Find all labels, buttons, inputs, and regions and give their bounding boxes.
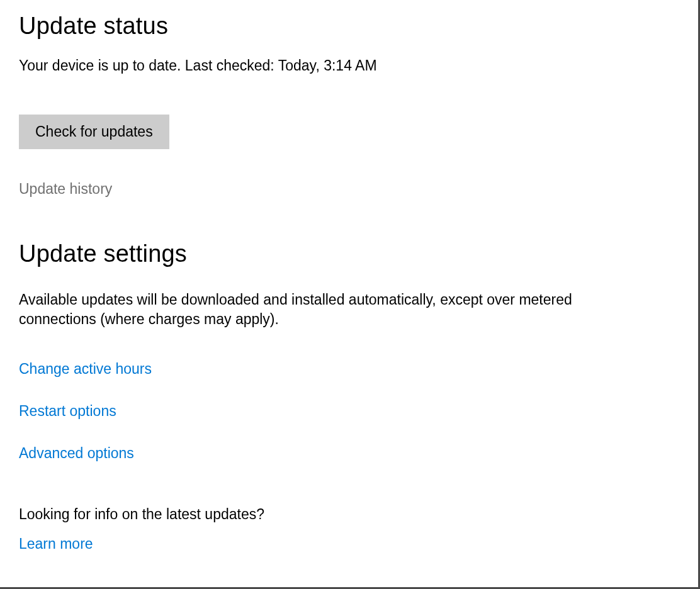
update-status-heading: Update status [19, 13, 679, 40]
update-settings-heading: Update settings [19, 240, 679, 267]
settings-link-list: Change active hours Restart options Adva… [19, 361, 679, 462]
latest-updates-info-prompt: Looking for info on the latest updates? [19, 506, 679, 523]
update-status-text: Your device is up to date. Last checked:… [19, 57, 679, 74]
restart-options-link[interactable]: Restart options [19, 403, 116, 420]
check-for-updates-button[interactable]: Check for updates [19, 115, 169, 149]
advanced-options-link[interactable]: Advanced options [19, 445, 134, 462]
settings-page: Update status Your device is up to date.… [0, 0, 700, 589]
change-active-hours-link[interactable]: Change active hours [19, 361, 152, 378]
update-settings-description: Available updates will be downloaded and… [19, 290, 648, 329]
learn-more-link[interactable]: Learn more [19, 536, 93, 553]
update-history-link[interactable]: Update history [19, 181, 112, 198]
